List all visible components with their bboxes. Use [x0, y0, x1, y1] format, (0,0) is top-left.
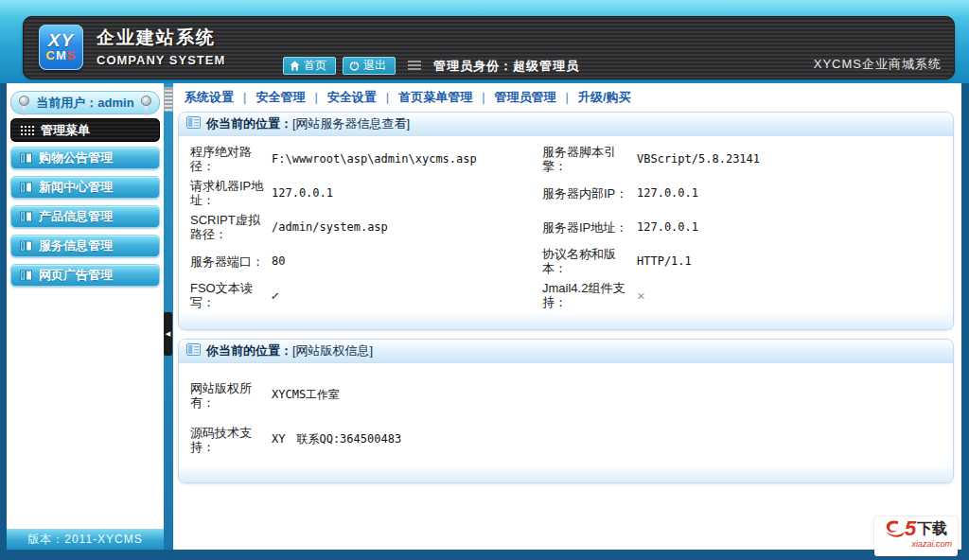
sidebar-item-4[interactable]: 服务信息管理 [10, 235, 160, 257]
nav-link-6[interactable]: 升级/购买 [578, 89, 631, 106]
module-icon [20, 211, 32, 222]
field-label: 源码技术支持： [190, 426, 272, 454]
nav-link-4[interactable]: 首页菜单管理 [398, 89, 472, 106]
home-icon [290, 61, 300, 71]
power-icon [349, 61, 360, 71]
sidebar-item-3[interactable]: 产品信息管理 [10, 205, 160, 228]
site-text: xiazai.com [878, 539, 954, 549]
location-icon [186, 342, 201, 359]
nav-separator: | [386, 90, 389, 104]
sidebar-item-2[interactable]: 新闻中心管理 [10, 176, 160, 199]
grid-cell: 服务器内部IP： [542, 176, 637, 210]
top-band: XY CMS 企业建站系统 COMPANY SYSTEM 首页 退出 管理员身份… [0, 0, 969, 83]
nav-link-5[interactable]: 管理员管理 [495, 89, 556, 106]
grid-cell: 127.0.0.1 [272, 176, 542, 210]
field-label: 程序绝对路径： [190, 145, 272, 173]
grid-cell: 服务器脚本引擎： [542, 142, 637, 176]
field-label: 协议名称和版本： [542, 247, 637, 275]
module-icon [20, 240, 32, 252]
sidebar-item-5[interactable]: 网页广告管理 [10, 264, 160, 287]
download-text: 下载 [917, 519, 947, 538]
grid-cell: ✓ [272, 278, 542, 312]
field-label: SCRIPT虚拟路径： [190, 213, 272, 241]
panel-footer [179, 467, 953, 482]
system-name-text: XYCMS企业商城系统 [814, 56, 942, 73]
location-name: [网站服务器信息查看] [292, 116, 410, 131]
grid-cell: FSO文本读写： [190, 278, 272, 312]
field-value: VBScript/5.8.23141 [637, 152, 760, 166]
logout-button-label: 退出 [363, 58, 386, 74]
grid-cell: 程序绝对路径： [190, 142, 272, 176]
menu-title-label: 管理菜单 [41, 122, 90, 139]
sidebar-item-label: 新闻中心管理 [39, 179, 113, 196]
copyright-row: 源码技术支持：XY 联系QQ:364500483 [190, 417, 949, 462]
field-label: 服务器IP地址： [542, 220, 633, 235]
nav-link-3[interactable]: 安全设置 [327, 89, 377, 106]
sidebar-item-1[interactable]: 购物公告管理 [10, 147, 160, 169]
panel-footer [179, 314, 953, 329]
copyright-rows: 网站版权所有：XYCMS工作室源码技术支持：XY 联系QQ:364500483 [179, 363, 953, 467]
location-prefix: 你当前的位置： [206, 116, 292, 131]
field-label: 网站版权所有： [190, 381, 272, 410]
nav-separator: | [566, 90, 569, 104]
nav-link-2[interactable]: 安全管理 [255, 89, 305, 106]
grid-cell: F:\wwwroot\asp\admin\xycms.asp [272, 142, 542, 176]
grid-cell: 127.0.0.1 [637, 210, 949, 244]
server-panel-header: 你当前的位置：[网站服务器信息查看] [179, 113, 953, 136]
copyright-row: 网站版权所有：XYCMS工作室 [190, 373, 949, 417]
server-info-panel: 你当前的位置：[网站服务器信息查看] 程序绝对路径：F:\wwwroot\asp… [178, 112, 954, 330]
home-button[interactable]: 首页 [283, 57, 336, 75]
grid-dots-icon [20, 125, 34, 135]
location-name: [网站版权信息] [292, 343, 373, 358]
field-label: 请求机器IP地址： [190, 179, 272, 207]
field-value: 127.0.0.1 [272, 186, 333, 200]
top-nav: 系统设置|安全管理|安全设置|首页菜单管理|管理员管理|升级/购买 [173, 83, 961, 111]
version-bar: 版本：2011-XYCMS [7, 529, 164, 550]
home-button-label: 首页 [304, 58, 326, 74]
a5-logo: 5 下载 [878, 518, 954, 539]
grid-cell: Jmail4.2组件支持： [542, 278, 637, 312]
grid-cell: /admin/system.asp [272, 210, 542, 244]
header-actions: 首页 退出 管理员身份：超级管理员 [283, 57, 579, 75]
a5-download-watermark: 5 下载 xiazai.com [874, 516, 958, 556]
location-prefix: 你当前的位置： [206, 343, 292, 358]
module-icon [20, 182, 32, 193]
current-user-bar: 当前用户：admin [10, 91, 160, 114]
copyright-panel: 你当前的位置：[网站版权信息] 网站版权所有：XYCMS工作室源码技术支持：XY… [178, 339, 954, 483]
app-title-en: COMPANY SYSTEM [97, 53, 225, 67]
field-value: 80 [272, 254, 285, 268]
logout-button[interactable]: 退出 [343, 57, 396, 75]
module-icon [20, 152, 32, 164]
nav-separator: | [314, 90, 317, 104]
sidebar-collapse-handle[interactable]: ◀ [164, 312, 172, 356]
field-value: HTTP/1.1 [637, 254, 692, 268]
field-value: 127.0.0.1 [637, 220, 698, 234]
header: XY CMS 企业建站系统 COMPANY SYSTEM 首页 退出 管理员身份… [23, 16, 955, 79]
grid-cell: 协议名称和版本： [542, 244, 637, 278]
main-area: 系统设置|安全管理|安全设置|首页菜单管理|管理员管理|升级/购买 你当前的位置… [173, 83, 961, 550]
xycms-logo: XY CMS [39, 25, 83, 70]
nav-separator: | [482, 90, 484, 104]
grid-cell: × [637, 278, 949, 312]
logo-text-bottom: CMS [46, 49, 77, 62]
field-label: 服务器内部IP： [542, 186, 633, 201]
grid-cell: HTTP/1.1 [637, 244, 949, 278]
nav-link-1[interactable]: 系统设置 [185, 89, 234, 106]
app-title-cn: 企业建站系统 [97, 26, 225, 50]
grid-cell: 80 [272, 244, 542, 278]
field-label: 服务器端口： [190, 254, 270, 269]
copyright-panel-header: 你当前的位置：[网站版权信息] [179, 340, 953, 363]
gripper-icon[interactable] [164, 87, 173, 112]
grid-cell: VBScript/5.8.23141 [637, 142, 949, 176]
grid-cell: 请求机器IP地址： [190, 176, 272, 210]
field-label: Jmail4.2组件支持： [542, 281, 637, 309]
logo-text-top: XY [48, 32, 74, 49]
server-panel-title: 你当前的位置：[网站服务器信息查看] [206, 115, 410, 132]
field-value: XYCMS工作室 [272, 387, 949, 403]
sidebar-item-label: 服务信息管理 [39, 237, 113, 254]
field-value: F:\wwwroot\asp\admin\xycms.asp [272, 152, 477, 166]
sidebar-divider: ◀ [164, 83, 173, 550]
current-user-label: 当前用户：admin [36, 95, 133, 112]
admin-identity-text: 管理员身份：超级管理员 [433, 58, 579, 75]
sidebar-item-label: 购物公告管理 [39, 149, 113, 166]
